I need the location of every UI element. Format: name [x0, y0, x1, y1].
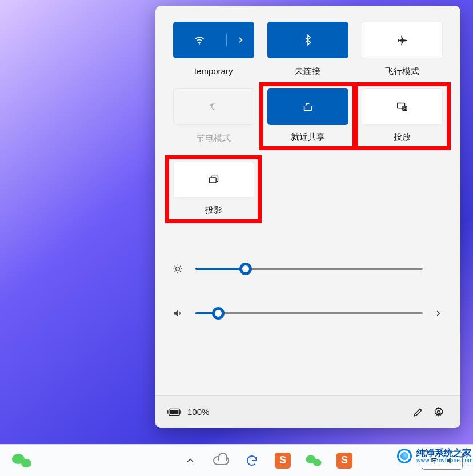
brightness-row — [171, 263, 444, 275]
tile-label: temporary — [194, 66, 233, 76]
share-icon — [302, 100, 314, 113]
svg-rect-8 — [170, 410, 179, 414]
wechat-icon — [306, 454, 321, 466]
battery-plugged-icon — [167, 407, 182, 417]
tile-label: 未连接 — [295, 66, 320, 77]
chevron-right-icon — [236, 36, 244, 44]
tray-overflow-button[interactable] — [179, 449, 202, 472]
tile-label: 投放 — [394, 132, 411, 143]
tile-wrap-cast: 投放 — [354, 82, 451, 150]
bluetooth-icon — [302, 33, 314, 47]
brightness-icon — [171, 263, 184, 275]
svg-point-5 — [176, 267, 180, 271]
tray-sogou-1[interactable]: S — [271, 449, 294, 472]
airplane-tile[interactable] — [362, 22, 443, 58]
volume-row — [171, 308, 444, 319]
battery-text: 100% — [187, 407, 209, 417]
battery-saver-tile[interactable] — [173, 88, 254, 125]
wifi-expand-button[interactable] — [227, 36, 254, 44]
tile-wrap-project: 投影 — [165, 155, 262, 223]
watermark: 纯净系统之家 www.kzmyhome.com — [397, 449, 473, 463]
volume-thumb[interactable] — [212, 307, 225, 320]
tile-label: 投影 — [205, 205, 222, 216]
volume-slider[interactable] — [195, 312, 423, 314]
volume-expand-button[interactable] — [434, 309, 444, 317]
tile-wrap-nearby-share: 就近共享 — [259, 82, 356, 150]
wifi-icon — [193, 34, 206, 46]
tile-label: 飞行模式 — [385, 66, 419, 77]
chevron-up-icon — [186, 456, 195, 465]
watermark-title: 纯净系统之家 — [416, 449, 473, 458]
quick-settings-panel: temporary 未连接 飞行模式 节电模式 — [155, 6, 460, 428]
cast-tile[interactable] — [362, 88, 443, 125]
watermark-logo-icon — [397, 449, 412, 463]
svg-rect-7 — [180, 410, 181, 414]
wifi-toggle[interactable] — [173, 34, 227, 46]
tray-onedrive[interactable] — [210, 449, 233, 472]
tray-wechat[interactable] — [302, 449, 325, 472]
taskbar-app-wechat[interactable] — [10, 449, 33, 472]
edit-button[interactable] — [408, 402, 428, 422]
wechat-icon — [12, 453, 31, 469]
svg-rect-4 — [209, 178, 216, 183]
gear-icon — [433, 406, 444, 418]
airplane-icon — [396, 34, 408, 46]
brightness-slider[interactable] — [195, 268, 423, 270]
panel-footer: 100% — [155, 395, 460, 428]
tile-wrap-bluetooth: 未连接 — [266, 22, 350, 77]
sogou-icon: S — [275, 453, 291, 469]
chevron-right-icon — [434, 309, 442, 317]
tile-wrap-wifi: temporary — [171, 22, 255, 77]
bluetooth-tile[interactable] — [267, 22, 348, 58]
brightness-fill — [195, 268, 246, 270]
sync-icon — [245, 454, 259, 467]
tray-sync[interactable] — [240, 449, 263, 472]
cast-icon — [395, 100, 409, 113]
sliders-section — [171, 263, 444, 319]
svg-point-9 — [438, 410, 440, 413]
tiles-grid: temporary 未连接 飞行模式 节电模式 — [171, 22, 444, 223]
svg-point-0 — [199, 43, 200, 45]
tile-wrap-battery-saver: 节电模式 — [171, 88, 255, 150]
nearby-share-tile[interactable] — [267, 88, 348, 125]
wifi-tile[interactable] — [173, 22, 254, 58]
battery-status[interactable]: 100% — [167, 407, 209, 417]
pencil-icon — [412, 406, 424, 418]
taskbar-center: S S — [113, 449, 422, 472]
brightness-thumb[interactable] — [239, 263, 252, 275]
taskbar-left — [10, 449, 33, 472]
tray-sogou-2[interactable]: S — [333, 449, 356, 472]
sogou-icon: S — [336, 453, 352, 469]
watermark-url: www.kzmyhome.com — [416, 458, 473, 463]
volume-icon — [171, 308, 184, 319]
tile-label: 节电模式 — [197, 133, 231, 144]
tile-wrap-airplane: 飞行模式 — [360, 22, 444, 77]
cloud-icon — [213, 456, 229, 465]
settings-button[interactable] — [428, 402, 449, 422]
project-icon — [207, 174, 221, 185]
tile-label: 就近共享 — [291, 132, 325, 143]
project-tile[interactable] — [173, 162, 254, 198]
battery-saver-icon — [207, 101, 221, 112]
